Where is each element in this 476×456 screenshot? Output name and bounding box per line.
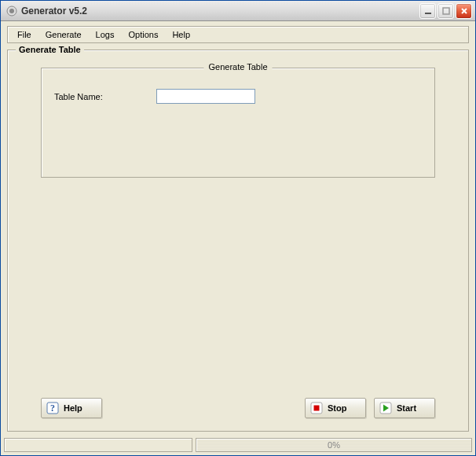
stop-button-label: Stop bbox=[328, 403, 346, 413]
app-icon bbox=[5, 5, 18, 17]
generate-table-fieldset: Generate Table Table Name: bbox=[41, 68, 435, 178]
menu-options[interactable]: Options bbox=[122, 28, 164, 41]
menu-help[interactable]: Help bbox=[166, 28, 196, 41]
table-name-input[interactable] bbox=[156, 89, 255, 104]
window-controls bbox=[419, 3, 474, 19]
menu-generate[interactable]: Generate bbox=[39, 28, 88, 41]
menu-logs[interactable]: Logs bbox=[90, 28, 121, 41]
spacer bbox=[17, 178, 459, 390]
svg-rect-7 bbox=[314, 406, 320, 411]
play-icon bbox=[379, 402, 392, 414]
content-area: Generate Table Generate Table Table Name… bbox=[1, 46, 475, 436]
fieldset-legend: Generate Table bbox=[203, 62, 272, 72]
generate-table-panel: Generate Table Generate Table Table Name… bbox=[7, 50, 469, 432]
close-button[interactable] bbox=[456, 3, 472, 19]
menu-file[interactable]: File bbox=[11, 28, 38, 41]
status-message bbox=[4, 438, 192, 452]
stop-button[interactable]: Stop bbox=[305, 398, 366, 418]
stop-icon bbox=[310, 402, 323, 414]
svg-text:?: ? bbox=[50, 403, 55, 414]
svg-point-1 bbox=[9, 9, 14, 13]
table-name-label: Table Name: bbox=[54, 92, 156, 101]
menubar: File Generate Logs Options Help bbox=[7, 26, 469, 43]
help-button[interactable]: ? Help bbox=[41, 398, 102, 418]
titlebar[interactable]: Generator v5.2 bbox=[1, 1, 475, 21]
panel-title: Generate Table bbox=[16, 45, 84, 54]
app-window: Generator v5.2 File Generate Logs Option… bbox=[0, 0, 476, 456]
button-row: ? Help Stop bbox=[41, 398, 435, 418]
progress-bar: 0% bbox=[196, 438, 472, 452]
left-buttons: ? Help bbox=[41, 398, 102, 418]
svg-rect-3 bbox=[443, 8, 449, 14]
statusbar: 0% bbox=[1, 436, 475, 455]
help-button-label: Help bbox=[64, 403, 82, 413]
window-title: Generator v5.2 bbox=[21, 6, 419, 17]
minimize-button[interactable] bbox=[419, 3, 436, 19]
table-name-row: Table Name: bbox=[54, 89, 422, 104]
right-buttons: Stop Start bbox=[305, 398, 435, 418]
question-icon: ? bbox=[46, 402, 59, 414]
maximize-button[interactable] bbox=[438, 3, 454, 19]
progress-label: 0% bbox=[328, 440, 340, 450]
svg-rect-2 bbox=[425, 13, 431, 14]
start-button[interactable]: Start bbox=[374, 398, 435, 418]
start-button-label: Start bbox=[397, 403, 416, 413]
